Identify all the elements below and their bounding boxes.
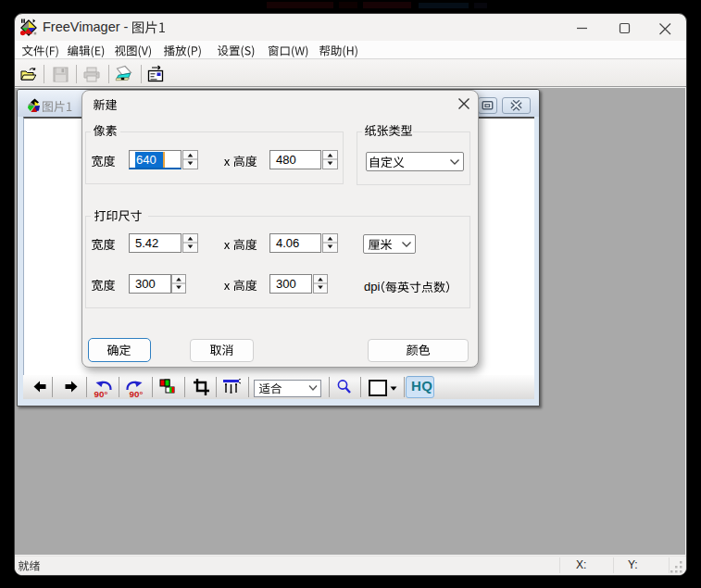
- svg-text:90°: 90°: [94, 389, 108, 399]
- svg-text:90°: 90°: [130, 389, 144, 399]
